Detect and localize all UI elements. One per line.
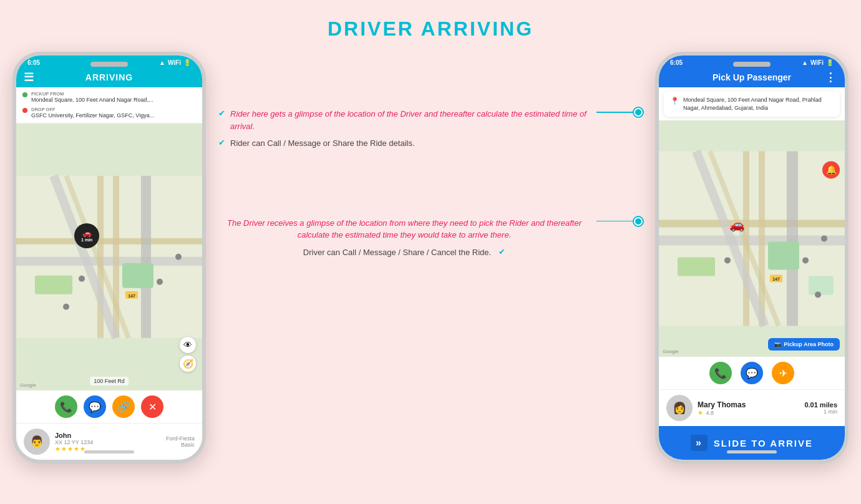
right-address: Mondeal Square, 100 Feet Anand Nagar Roa…: [683, 96, 834, 112]
driver-info-bar: 👨 John XX 12 YY 1234 ★★★★★ Ford-Fiesta B…: [16, 423, 202, 460]
top-annotation-wrapper: ✔ Rider here gets a glimpse of the locat…: [218, 108, 643, 155]
svg-rect-20: [759, 152, 765, 326]
svg-rect-25: [809, 276, 834, 295]
dropoff-label: DROP OFF: [31, 107, 154, 112]
svg-point-32: [815, 292, 821, 298]
svg-rect-8: [122, 263, 153, 288]
cancel-button-left[interactable]: ✕: [141, 395, 163, 418]
pickup-address: Mondeal Square, 100 Feet Anand Nagar Roa…: [31, 97, 153, 104]
check-icon-3: ✔: [499, 247, 505, 256]
dropoff-dot: [22, 108, 27, 113]
passenger-details: Mary Thomas ★ 4.8: [698, 400, 799, 416]
svg-rect-21: [787, 152, 798, 326]
google-label-right: Google: [663, 349, 679, 354]
svg-point-29: [724, 258, 731, 264]
svg-point-12: [79, 276, 85, 282]
left-app-header: ☰ ARRIVING: [16, 67, 202, 87]
svg-rect-24: [768, 242, 799, 270]
left-map: 147 🚗 1 min 100 Feet Rd Google 🧭 👁: [16, 124, 202, 390]
slide-arrows-icon: »: [691, 435, 708, 451]
svg-point-15: [63, 304, 69, 310]
message-button-right[interactable]: 💬: [741, 362, 763, 384]
bottom-annotation-content: The Driver receives a glimpse of the loc…: [218, 217, 596, 264]
right-car-marker: 🚗: [729, 217, 745, 232]
page-title: DRIVER ARRIVING: [328, 17, 533, 41]
right-time: 6:05: [670, 59, 683, 66]
distance-value: 0.01 miles: [804, 401, 837, 409]
passenger-rating: ★ 4.8: [698, 409, 799, 416]
right-action-buttons: 📞 💬 ✈: [659, 357, 845, 389]
driver-car-type: Basic: [166, 442, 195, 448]
svg-point-13: [157, 279, 163, 285]
annotations-panel: ✔ Rider here gets a glimpse of the locat…: [206, 52, 655, 263]
slide-button-label: SLIDE TO ARRIVE: [714, 438, 813, 448]
navigate-icon[interactable]: 🧭: [180, 356, 196, 372]
passenger-avatar: 👩: [666, 395, 693, 421]
top-annotation-content: ✔ Rider here gets a glimpse of the locat…: [218, 108, 596, 155]
bottom-annotation-line1: The Driver receives a glimpse of the loc…: [218, 217, 590, 241]
driver-plate: XX 12 YY 1234: [55, 439, 161, 445]
slide-to-arrive-button[interactable]: » SLIDE TO ARRIVE: [659, 426, 845, 460]
svg-rect-18: [659, 236, 845, 246]
check-icon-1: ✔: [218, 109, 225, 118]
svg-rect-9: [35, 276, 72, 294]
address-card: 📍 Mondeal Square, 100 Feet Anand Nagar R…: [664, 91, 840, 117]
right-phone: 6:05 ▲ WiFi 🔋 Pick Up Passenger ⋮ 📍 Mond…: [655, 52, 849, 463]
pickup-header-title: Pick Up Passenger: [713, 72, 791, 82]
left-action-buttons: 📞 💬 🔗 ✕: [16, 390, 202, 423]
svg-rect-17: [659, 220, 845, 228]
right-map: 147 🔔 🚗 Google 📷 Pickup Area Photo: [659, 120, 845, 357]
navigate-button-right[interactable]: ✈: [772, 362, 794, 384]
svg-point-31: [821, 236, 827, 242]
pickup-photo-btn[interactable]: 📷 Pickup Area Photo: [768, 338, 840, 351]
right-status-icons: ▲ WiFi 🔋: [802, 59, 834, 66]
left-time: 6:05: [27, 59, 40, 66]
location-bar: PICKUP FROM Mondeal Square, 100 Feet Ana…: [16, 87, 202, 124]
top-connector: [596, 108, 643, 117]
car-marker: 🚗 1 min: [74, 223, 99, 248]
svg-rect-5: [141, 176, 151, 338]
left-header-title: ARRIVING: [85, 72, 133, 82]
top-annotation-line2: Rider can Call / Message or Share the Ri…: [230, 137, 415, 150]
call-button-left[interactable]: 📞: [55, 395, 77, 418]
driver-avatar: 👨: [24, 429, 50, 455]
google-label-left: Google: [20, 382, 36, 388]
more-icon[interactable]: ⋮: [825, 70, 836, 84]
svg-text:147: 147: [128, 294, 135, 298]
map-road-label: 100 Feet Rd: [90, 377, 129, 385]
driver-car: Ford-Fiesta: [166, 435, 195, 442]
svg-rect-1: [16, 238, 202, 245]
svg-text:147: 147: [772, 278, 780, 282]
passenger-distance-info: 0.01 miles 1 min: [804, 401, 837, 415]
call-button-right[interactable]: 📞: [709, 362, 732, 384]
driver-rating: ★★★★★: [55, 445, 161, 452]
eye-icon[interactable]: 👁: [180, 337, 196, 353]
svg-point-30: [802, 258, 809, 264]
check-icon-2: ✔: [218, 138, 225, 147]
left-status-icons: ▲ WiFi 🔋: [159, 59, 191, 66]
left-status-bar: 6:05 ▲ WiFi 🔋: [16, 56, 202, 67]
passenger-info-bar: 👩 Mary Thomas ★ 4.8 0.01 miles 1 min: [659, 389, 845, 426]
right-status-bar: 6:05 ▲ WiFi 🔋: [659, 56, 845, 67]
message-button-left[interactable]: 💬: [84, 395, 106, 418]
bottom-annotation-line2: Driver can Call / Message / Share / Canc…: [303, 246, 491, 259]
left-phone: 6:05 ▲ WiFi 🔋 ☰ ARRIVING PICKUP FROM Mon…: [12, 52, 206, 463]
driver-details: John XX 12 YY 1234 ★★★★★: [55, 432, 161, 452]
time-value: 1 min: [804, 409, 837, 415]
pickup-label: PICKUP FROM: [31, 91, 153, 97]
pickup-dot: [22, 92, 27, 97]
menu-icon[interactable]: ☰: [24, 70, 34, 84]
pickup-header: Pick Up Passenger ⋮: [659, 67, 845, 87]
bottom-connector: [596, 217, 643, 226]
passenger-name: Mary Thomas: [698, 400, 799, 409]
svg-text:🔔: 🔔: [826, 165, 837, 176]
share-button-left[interactable]: 🔗: [112, 395, 135, 418]
top-annotation-line1: Rider here gets a glimpse of the locatio…: [230, 108, 590, 132]
location-pin-icon: 📍: [670, 96, 679, 107]
svg-rect-2: [16, 257, 202, 266]
driver-name: John: [55, 432, 161, 439]
dropoff-address: GSFC University, Fertilizer Nagar, GSFC,…: [31, 112, 154, 120]
svg-rect-26: [678, 258, 715, 276]
bottom-annotation-wrapper: The Driver receives a glimpse of the loc…: [218, 217, 643, 264]
svg-point-14: [175, 254, 182, 260]
